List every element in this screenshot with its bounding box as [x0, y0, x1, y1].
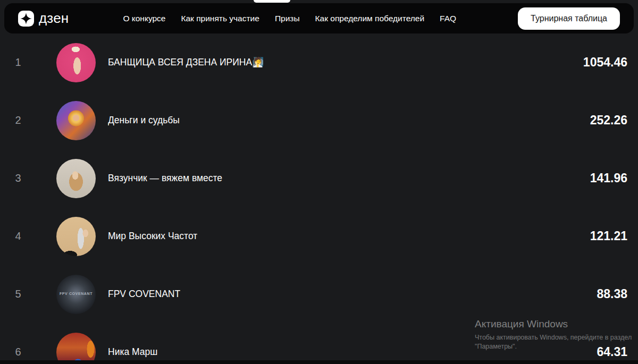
header-nav: О конкурсеКак принять участиеПризыКак оп…	[123, 14, 456, 23]
leaderboard-row[interactable]: 1 БАНЩИЦА ВСЕЯ ДЗЕНА ИРИНА🧖 1054.46	[0, 33, 638, 91]
avatar-emblem-text: FPV COVENANT	[60, 292, 93, 296]
channel-score: 64.31	[597, 345, 627, 359]
leaderboard-row[interactable]: 3 Вязунчик — вяжем вместе 141.96	[0, 149, 638, 207]
leaderboard-row[interactable]: 6 Ника Марш 64.31	[0, 323, 638, 364]
nav-item-1[interactable]: О конкурсе	[123, 14, 165, 23]
channel-score: 88.38	[597, 287, 627, 301]
nav-item-3[interactable]: Призы	[275, 14, 300, 23]
channel-avatar	[56, 101, 96, 140]
channel-avatar	[56, 217, 96, 256]
zen-logo[interactable]: дзен	[18, 10, 69, 27]
tournament-table-button[interactable]: Турнирная таблица	[518, 7, 620, 30]
channel-title: Деньги и судьбы	[108, 115, 180, 126]
channel-avatar	[56, 333, 96, 364]
rank-number: 1	[13, 56, 23, 69]
channel-avatar: FPV COVENANT	[56, 275, 96, 314]
zen-star-icon	[18, 11, 34, 27]
channel-title: Мир Высоких Частот	[108, 231, 197, 242]
leaderboard-row[interactable]: 5 FPV COVENANT FPV COVENANT 88.38	[0, 265, 638, 323]
channel-title: БАНЩИЦА ВСЕЯ ДЗЕНА ИРИНА🧖	[108, 57, 264, 68]
channel-title: FPV COVENANT	[108, 289, 180, 300]
rank-number: 2	[13, 114, 23, 126]
leaderboard: 1 БАНЩИЦА ВСЕЯ ДЗЕНА ИРИНА🧖 1054.46 2 Де…	[0, 33, 638, 364]
channel-score: 141.96	[590, 171, 627, 185]
nav-item-4[interactable]: Как определим победителей	[315, 14, 425, 23]
channel-score: 252.26	[590, 113, 627, 128]
top-edge-notch	[254, 0, 290, 3]
channel-score: 121.21	[590, 229, 627, 243]
channel-score: 1054.46	[583, 55, 627, 70]
channel-title: Вязунчик — вяжем вместе	[108, 173, 222, 184]
header-bar: дзен О конкурсеКак принять участиеПризыК…	[4, 3, 634, 33]
rank-number: 6	[13, 346, 23, 358]
leaderboard-row[interactable]: 4 Мир Высоких Частот 121.21	[0, 207, 638, 265]
zen-logo-text: дзен	[39, 10, 69, 27]
channel-avatar	[56, 159, 96, 198]
leaderboard-row[interactable]: 2 Деньги и судьбы 252.26	[0, 91, 638, 149]
footer-strip	[0, 360, 638, 364]
rank-number: 5	[13, 288, 23, 300]
rank-number: 3	[13, 172, 23, 184]
channel-avatar	[56, 43, 96, 82]
rank-number: 4	[13, 230, 23, 242]
nav-item-5[interactable]: FAQ	[440, 14, 456, 23]
channel-title: Ника Марш	[108, 346, 157, 358]
nav-item-2[interactable]: Как принять участие	[181, 14, 259, 23]
